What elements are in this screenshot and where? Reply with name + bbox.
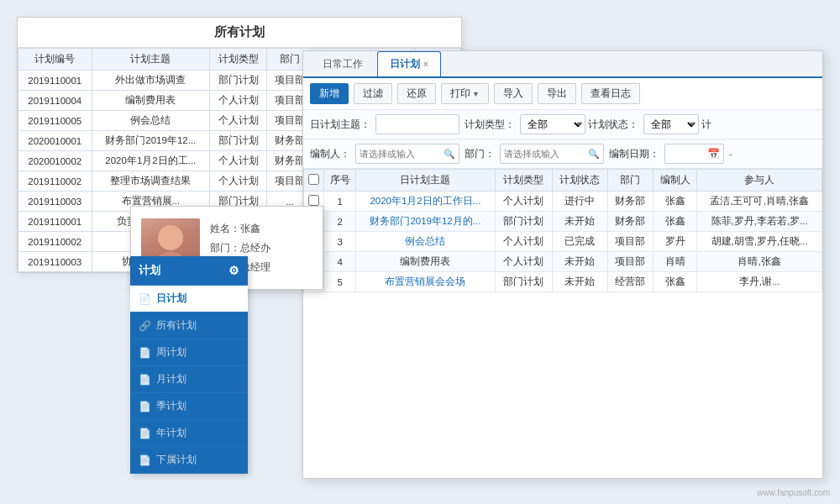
data-table-wrap: 序号日计划主题计划类型计划状态部门编制人参与人 12020年1月2日的工作日..…	[303, 169, 822, 478]
topic-label: 日计划主题：	[310, 118, 370, 131]
sidebar-item-季计划[interactable]: 📄季计划	[130, 393, 248, 420]
sidebar-item-label: 所有计划	[156, 318, 197, 333]
sidebar-item-icon: 📄	[139, 347, 151, 359]
editor-input[interactable]	[356, 144, 440, 163]
table-cell: 2019110005	[18, 111, 92, 131]
dept-cell: 项目部	[607, 252, 653, 272]
filter-row-2: 编制人： 🔍 部门： 🔍 编制日期： 📅 -	[303, 139, 822, 169]
dept-label: 部门：	[465, 148, 495, 160]
topic-input[interactable]	[375, 114, 459, 134]
col-header-计划类型: 计划类型	[495, 170, 552, 192]
calendar-icon[interactable]: 📅	[707, 148, 720, 160]
topic-link[interactable]: 例会总结	[405, 236, 445, 246]
sidebar-item-年计划[interactable]: 📄年计划	[130, 420, 248, 447]
table-cell: 个人计划	[210, 91, 267, 111]
table-row[interactable]: 12020年1月2日的工作日...个人计划进行中财务部张鑫孟洁,王可可,肖晴,张…	[304, 192, 822, 212]
col-header-计划状态: 计划状态	[552, 170, 607, 192]
tab-日计划[interactable]: 日计划×	[377, 51, 441, 76]
dept-input[interactable]	[501, 144, 585, 163]
print-button[interactable]: 打印 ▼	[441, 83, 489, 104]
bg-col-header: 计划主题	[92, 49, 209, 71]
col-header-参与人: 参与人	[697, 170, 822, 192]
editor-search-icon[interactable]: 🔍	[440, 149, 459, 160]
new-button[interactable]: 新增	[310, 83, 349, 104]
editor-label: 编制人：	[310, 148, 350, 160]
tab-日常工作[interactable]: 日常工作	[310, 51, 375, 76]
date-input[interactable]: 📅	[664, 144, 724, 164]
sidebar-item-label: 季计划	[156, 399, 186, 413]
table-row[interactable]: 2财务部门2019年12月的...部门计划未开始财务部张鑫陈菲,罗丹,李若若,罗…	[304, 212, 822, 232]
row-checkbox[interactable]	[308, 195, 319, 206]
restore-button[interactable]: 还原	[397, 83, 436, 104]
table-row[interactable]: 5布置营销展会会场部门计划未开始经营部张鑫李丹,谢...	[304, 272, 822, 292]
table-row[interactable]: 3例会总结个人计划已完成项目部罗丹胡建,胡雪,罗丹,任晓...	[304, 232, 822, 252]
export-button[interactable]: 导出	[538, 83, 576, 104]
log-button[interactable]: 查看日志	[581, 83, 640, 104]
dept-search-icon[interactable]: 🔍	[585, 149, 603, 160]
table-cell: 2019110002	[18, 171, 92, 192]
status-select[interactable]: 全部 未开始 进行中 已完成	[643, 114, 699, 134]
sidebar-item-所有计划[interactable]: 🔗所有计划	[130, 312, 248, 339]
tabs-bar: 日常工作日计划×	[303, 51, 822, 78]
type-cell: 部门计划	[495, 272, 552, 292]
select-all-checkbox[interactable]	[308, 174, 319, 185]
editor-cell: 罗丹	[654, 232, 697, 252]
filter-button[interactable]: 过滤	[354, 83, 392, 104]
table-cell: 2019110001	[18, 212, 92, 232]
participants-cell: 肖晴,张鑫	[697, 252, 822, 272]
sidebar-item-下属计划[interactable]: 📄下属计划	[130, 447, 248, 474]
table-cell: 个人计划	[210, 151, 267, 171]
col-header-部门: 部门	[607, 170, 653, 192]
dept-cell: 财务部	[607, 212, 653, 232]
sidebar-item-label: 周计划	[156, 345, 186, 360]
table-cell: 2019110003	[18, 192, 92, 212]
type-cell: 个人计划	[495, 192, 552, 212]
type-label: 计划类型：	[465, 118, 515, 131]
editor-cell: 张鑫	[654, 272, 697, 292]
sidebar-title: 计划	[139, 263, 160, 278]
topic-link[interactable]: 2020年1月2日的工作日...	[370, 196, 480, 206]
sidebar-item-label: 下属计划	[156, 453, 197, 467]
tab-close-icon[interactable]: ×	[423, 60, 428, 69]
filter-row-1: 日计划主题： 计划类型： 全部 个人计划 部门计划 ▼ 计划状态： 全部 未开始…	[303, 110, 822, 139]
gear-icon[interactable]: ⚙	[228, 264, 239, 277]
table-cell: 个人计划	[210, 111, 267, 131]
row-number: 5	[324, 272, 356, 292]
sidebar-item-label: 月计划	[156, 372, 186, 386]
status-label: 计划状态：	[588, 118, 638, 131]
topic-link[interactable]: 财务部门2019年12月的...	[370, 216, 480, 226]
table-cell: 2019110003	[18, 252, 92, 272]
sidebar-item-日计划[interactable]: 📄日计划	[130, 286, 248, 312]
status-cell: 未开始	[552, 212, 607, 232]
type-select[interactable]: 全部 个人计划 部门计划	[520, 114, 585, 134]
table-cell: 例会总结	[92, 111, 209, 131]
sidebar-item-月计划[interactable]: 📄月计划	[130, 366, 248, 393]
status-cell: 未开始	[552, 252, 607, 272]
table-cell: 外出做市场调查	[92, 71, 209, 91]
participants-cell: 孟洁,王可可,肖晴,张鑫	[697, 192, 822, 212]
table-cell: 部门计划	[210, 71, 267, 91]
sidebar-item-label: 年计划	[156, 426, 186, 440]
table-cell: 2020010001	[18, 131, 92, 151]
topic-cell: 编制费用表	[356, 252, 495, 272]
table-row[interactable]: 4编制费用表个人计划未开始项目部肖晴肖晴,张鑫	[304, 252, 822, 272]
topic-link[interactable]: 布置营销展会会场	[385, 276, 465, 286]
sidebar-item-周计划[interactable]: 📄周计划	[130, 339, 248, 366]
row-number: 4	[324, 252, 356, 272]
import-button[interactable]: 导入	[494, 83, 533, 104]
editor-input-wrap: 🔍	[355, 144, 459, 164]
main-panel: 日常工作日计划× 新增 过滤 还原 打印 ▼ 导入 导出 查看日志 日计划主题：…	[302, 50, 823, 479]
row-number: 3	[324, 232, 356, 252]
table-cell: 财务部门2019年12...	[92, 131, 209, 151]
table-cell: 2019110002	[18, 232, 92, 252]
sidebar-item-icon: 📄	[139, 293, 151, 305]
extra-label: 计	[701, 118, 711, 131]
table-cell: 部门计划	[210, 131, 267, 151]
bg-col-header: 计划类型	[210, 49, 267, 71]
table-cell: 2019110004	[18, 91, 92, 111]
watermark: www.fanpusoft.com	[757, 488, 830, 497]
table-cell: 整理市场调查结果	[92, 171, 209, 192]
sidebar-item-icon: 📄	[139, 374, 151, 386]
table-cell: 编制费用表	[92, 91, 209, 111]
sidebar-item-icon: 📄	[139, 428, 151, 439]
